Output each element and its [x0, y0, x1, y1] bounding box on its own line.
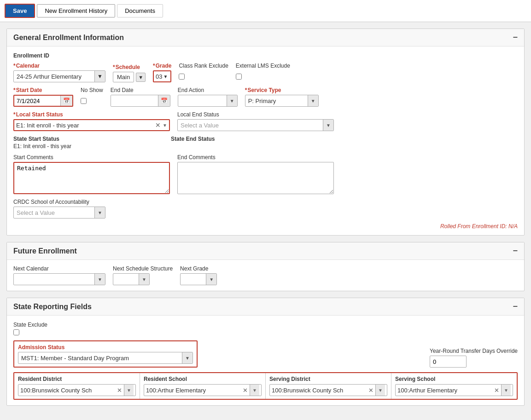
general-enrollment-toggle[interactable]: −	[513, 33, 518, 42]
external-lms-wrapper	[236, 70, 290, 82]
local-end-status-select[interactable]: Select a Value ▼	[177, 119, 334, 131]
serving-district-clear[interactable]: ✕	[368, 387, 373, 394]
future-enrollment-section: Future Enrollment − Next Calendar ▼ Next…	[6, 242, 525, 291]
resident-district-group: Resident District 100:Brunswick County S…	[14, 373, 140, 399]
local-end-status-group: Local End Status Select a Value ▼	[177, 111, 334, 131]
admission-status-highlighted: Admission Status MST1: Member - Standard…	[13, 340, 198, 368]
save-button[interactable]: Save	[5, 4, 35, 18]
serving-district-value: 100:Brunswick County Sch	[272, 387, 367, 394]
start-date-label: Start Date	[13, 87, 73, 93]
admission-row: Admission Status MST1: Member - Standard…	[13, 340, 518, 368]
start-comments-label: Start Comments	[13, 154, 170, 161]
end-comments-group: End Comments	[177, 154, 334, 194]
end-date-group: End Date 📅	[111, 87, 170, 107]
year-round-input[interactable]	[430, 356, 467, 368]
calendar-group: Calendar 24-25 Arthur Elementary ▼	[13, 63, 105, 82]
next-schedule-label: Next Schedule Structure	[113, 265, 173, 272]
start-date-input[interactable]	[14, 96, 60, 106]
next-calendar-group: Next Calendar ▼	[13, 265, 105, 285]
documents-button[interactable]: Documents	[117, 4, 163, 17]
end-comments-label: End Comments	[177, 154, 334, 161]
calendar-input-wrapper: 24-25 Arthur Elementary ▼	[13, 70, 105, 82]
admission-status-select[interactable]: MST1: Member - Standard Day Program ▼	[18, 352, 193, 364]
next-calendar-arrow[interactable]: ▼	[94, 274, 105, 285]
calendar-value: 24-25 Arthur Elementary	[14, 73, 94, 80]
class-rank-wrapper	[179, 70, 228, 82]
resident-school-arrow[interactable]: ▼	[250, 385, 259, 396]
start-date-calendar-btn[interactable]: 📅	[60, 96, 72, 106]
state-start-status-value: E1: Init enroll - this year	[13, 143, 71, 150]
serving-school-value: 100:Arthur Elementary	[397, 387, 492, 394]
grade-group: Grade 03 ▼	[153, 63, 171, 82]
service-type-arrow[interactable]: ▼	[308, 95, 318, 106]
resident-district-value: 100:Brunswick County Sch	[20, 387, 115, 394]
enrollment-id-label: Enrollment ID	[13, 52, 49, 59]
next-grade-arrow[interactable]: ▼	[206, 274, 216, 285]
main-content: General Enrollment Information − Enrollm…	[0, 22, 531, 412]
end-action-label: End Action	[178, 87, 238, 93]
end-action-arrow[interactable]: ▼	[227, 95, 237, 106]
grade-dropdown-btn[interactable]: ▼	[163, 74, 168, 79]
local-start-status-group: Local Start Status E1: Init enroll - thi…	[13, 111, 170, 131]
local-end-status-label: Local End Status	[177, 111, 334, 118]
local-start-status-arrow[interactable]: ▼	[163, 123, 167, 128]
crdc-label: CRDC School of Accountability	[13, 199, 105, 205]
next-calendar-label: Next Calendar	[13, 265, 105, 272]
resident-district-arrow[interactable]: ▼	[124, 385, 134, 396]
end-date-input-wrapper: 📅	[111, 95, 170, 107]
state-start-status-label: State Start Status	[13, 136, 71, 142]
schedule-dropdown-btn[interactable]: ▼	[136, 73, 146, 82]
serving-school-arrow[interactable]: ▼	[501, 385, 511, 396]
no-show-checkbox[interactable]	[81, 98, 87, 104]
admission-status-arrow[interactable]: ▼	[182, 352, 193, 363]
resident-district-clear[interactable]: ✕	[117, 387, 122, 394]
next-grade-group: Next Grade ▼	[180, 265, 217, 285]
state-reporting-header: State Reporting Fields −	[7, 298, 524, 316]
service-type-select[interactable]: P: Primary ▼	[245, 95, 319, 107]
resident-district-label: Resident District	[18, 376, 136, 382]
end-date-calendar-btn[interactable]: 📅	[158, 95, 170, 106]
crdc-select[interactable]: Select a Value ▼	[13, 207, 105, 219]
resident-school-tag: 100:Arthur Elementary ✕ ▼	[144, 384, 262, 396]
crdc-arrow[interactable]: ▼	[94, 207, 105, 218]
form-row-calendar: Calendar 24-25 Arthur Elementary ▼ Sched…	[13, 63, 518, 82]
future-row: Next Calendar ▼ Next Schedule Structure …	[13, 265, 518, 285]
external-lms-checkbox[interactable]	[236, 74, 242, 80]
calendar-label: Calendar	[13, 63, 105, 69]
serving-district-group: Serving District 100:Brunswick County Sc…	[266, 373, 391, 399]
end-action-group: End Action ▼	[178, 87, 238, 107]
end-action-select[interactable]: ▼	[178, 95, 238, 107]
next-calendar-select[interactable]: ▼	[13, 273, 105, 285]
external-lms-label: External LMS Exclude	[236, 63, 290, 69]
serving-school-clear[interactable]: ✕	[494, 387, 499, 394]
start-comments-group: Start Comments	[13, 154, 170, 194]
local-start-status-clear[interactable]: ✕	[155, 121, 161, 129]
resident-serving-row: Resident District 100:Brunswick County S…	[13, 372, 518, 400]
serving-district-arrow[interactable]: ▼	[375, 385, 385, 396]
calendar-dropdown-btn[interactable]: ▼	[94, 71, 105, 82]
start-comments-textarea[interactable]	[13, 162, 170, 194]
form-row-dates: Start Date 📅 No Show End Date	[13, 87, 518, 107]
end-date-input[interactable]	[111, 95, 158, 106]
external-lms-group: External LMS Exclude	[236, 63, 290, 82]
local-end-status-arrow[interactable]: ▼	[323, 120, 333, 131]
new-enrollment-history-button[interactable]: New Enrollment History	[37, 4, 115, 17]
state-reporting-toggle[interactable]: −	[513, 302, 518, 311]
state-end-status-label: State End Status	[171, 136, 215, 142]
rolled-from: Rolled From Enrollment ID: N/A	[13, 223, 518, 230]
no-show-wrapper	[81, 95, 103, 107]
general-enrollment-body: Enrollment ID Calendar 24-25 Arthur Elem…	[7, 46, 524, 235]
next-schedule-select[interactable]: ▼	[113, 273, 150, 285]
class-rank-checkbox[interactable]	[179, 74, 185, 80]
resident-school-clear[interactable]: ✕	[243, 387, 248, 394]
future-enrollment-toggle[interactable]: −	[513, 246, 518, 256]
admission-status-label: Admission Status	[18, 344, 193, 351]
admission-status-group: Admission Status MST1: Member - Standard…	[13, 340, 198, 368]
local-start-status-label: Local Start Status	[13, 111, 170, 118]
state-exclude-checkbox[interactable]	[13, 329, 19, 335]
end-comments-textarea[interactable]	[177, 162, 334, 194]
service-type-value: P: Primary	[245, 98, 308, 104]
next-schedule-arrow[interactable]: ▼	[139, 274, 149, 285]
state-reporting-body: State Exclude Admission Status MST1: Mem…	[7, 316, 524, 405]
next-grade-select[interactable]: ▼	[180, 273, 217, 285]
